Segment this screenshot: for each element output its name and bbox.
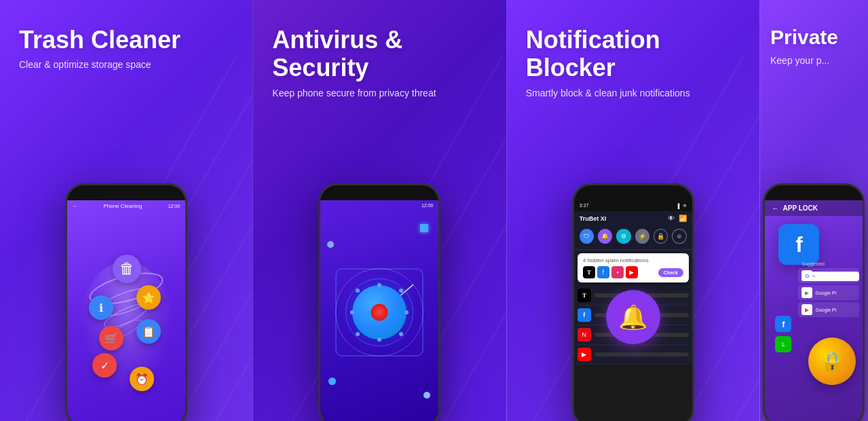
- suggested-label: Suggested: [798, 261, 859, 266]
- phone-mockup-1: ← Phone Cleaning 12:00 🗑: [65, 183, 187, 421]
- facebook-icon-sm: f: [597, 266, 609, 278]
- notif-category-bar: 🛡 🔔 ⚙ ⚡ 🔒 ⊕: [574, 225, 692, 247]
- virus-spike-tl: [356, 289, 360, 293]
- trash-cleaner-phone: ← Phone Cleaning 12:00 🗑: [65, 183, 187, 421]
- cat-icon-6: ⊕: [672, 229, 686, 244]
- tiktok-icon: 𝐓: [583, 266, 595, 278]
- instagram-icon: ▪: [611, 266, 624, 278]
- phone-screen-2: 12:00: [320, 200, 438, 421]
- back-arrow-1: ←: [73, 204, 77, 208]
- notification-blocker-title: Notification Blocker: [526, 26, 740, 82]
- spam-card-header: 4 hidden spam notifications: [583, 257, 683, 263]
- status-time-1: 12:00: [168, 204, 181, 208]
- applock-back-icon: ←: [772, 204, 778, 212]
- virus-spike-left: [350, 310, 354, 314]
- clock-icon: ⏰: [130, 367, 154, 391]
- radar-container: [328, 227, 430, 397]
- virus-dot-2: [327, 241, 334, 248]
- facebook-small-icon: f: [775, 316, 791, 332]
- wifi-icon: ≋: [683, 203, 687, 208]
- cat-icon-5: 🔒: [654, 229, 668, 244]
- youtube-icon: ▶: [626, 266, 638, 278]
- bell-overlay: 🔔: [606, 290, 660, 344]
- notif-app-name: TruBet XI: [580, 215, 607, 222]
- copy-icon: 📋: [136, 319, 161, 344]
- trash-icon: 🗑: [113, 255, 141, 283]
- notification-blocker-panel: Notification Blocker Smartly block & cle…: [506, 0, 759, 421]
- eye-icon: 👁: [668, 215, 675, 222]
- google-play-icon-2: ▶: [801, 304, 812, 315]
- star-icon: ⭐: [136, 285, 161, 310]
- virus-center: [371, 304, 388, 321]
- applock-header: ← APP LOCK: [765, 200, 863, 216]
- private-subtitle: Keep your p...: [770, 55, 829, 66]
- phone-screen-1: ← Phone Cleaning 12:00 🗑: [67, 200, 185, 421]
- info-icon: ℹ: [89, 295, 113, 320]
- notif-status-icons: ▌ ≋: [678, 203, 687, 208]
- notif-fb-icon: f: [578, 308, 591, 322]
- antivirus-panel: Antivirus & Security Keep phone secure f…: [252, 0, 506, 421]
- phone-mockup-2: 12:00: [318, 183, 440, 421]
- phone-title-1: Phone Cleaning: [103, 203, 142, 209]
- lock-coin: 🔒: [808, 337, 856, 385]
- virus-dot-3: [328, 378, 336, 385]
- virus-spike-bottom: [377, 337, 381, 342]
- virus-spike-bl: [356, 332, 360, 336]
- phone-mockup-4: ← APP LOCK f Mes... f L Suggested: [763, 183, 865, 421]
- status-bar-2: 12:00: [320, 200, 438, 210]
- notif-divider: [574, 249, 692, 250]
- antivirus-title: Antivirus & Security: [272, 26, 487, 82]
- applock-title: APP LOCK: [782, 204, 818, 212]
- trash-cleaner-title: Trash Cleaner: [19, 26, 181, 54]
- notif-tiktok-icon: 𝐓: [578, 289, 591, 302]
- trash-cleaner-subtitle: Clear & optimize storage space: [19, 59, 151, 70]
- battery-icon: ▌: [678, 204, 681, 208]
- cat-icon-2: 🔔: [598, 229, 612, 244]
- check-icon: ✓: [92, 353, 117, 378]
- status-bar-1: ← Phone Cleaning 12:00: [67, 200, 185, 212]
- phone-screen-3: 3:27 ▌ ≋ TruBet XI 👁 📶 🛡: [574, 200, 692, 365]
- notif-netflix-icon: N: [578, 328, 591, 342]
- notif-app-action-icons: 👁 📶: [668, 215, 687, 222]
- google-play-icon-1: ▶: [801, 287, 812, 298]
- spam-card: 4 hidden spam notifications 𝐓 f ▪ ▶ Chec…: [578, 253, 689, 282]
- swirl-container: 🗑 ℹ ⭐ 🛒 📋 ✓ ⏰: [72, 234, 181, 384]
- notif-youtube-icon: ▶: [578, 348, 591, 361]
- line-icon: L: [775, 336, 791, 352]
- virus-spike-tr: [399, 289, 403, 293]
- trash-cleaner-panel: Trash Cleaner Clear & optimize storage s…: [0, 0, 252, 421]
- google-pl-label-1: Google Pl: [815, 291, 836, 295]
- applock-googlepl-item-1: ▶ Google Pl: [798, 285, 859, 300]
- virus-dot-4: [423, 392, 430, 399]
- notification-phone: 3:27 ▌ ≋ TruBet XI 👁 📶 🛡: [572, 183, 694, 421]
- google-label: Google: [815, 274, 831, 278]
- virus-main: [352, 285, 407, 340]
- spam-card-row: 𝐓 f ▪ ▶ Check: [583, 266, 683, 278]
- private-title: Private: [770, 26, 838, 50]
- google-pl-label-2: Google Pl: [815, 308, 836, 312]
- cart-icon: 🛒: [99, 326, 124, 350]
- applock-googlepl-item-2: ▶ Google Pl: [798, 302, 859, 317]
- virus-spike-top: [377, 283, 381, 287]
- virus-ball: [352, 285, 407, 340]
- notif-time: 3:27: [580, 203, 589, 208]
- cat-icon-4: ⚡: [635, 229, 649, 244]
- applock-google-item: G Google: [798, 268, 859, 283]
- antivirus-subtitle: Keep phone secure from privacy threat: [272, 88, 436, 98]
- phone-screen-4: ← APP LOCK f Mes... f L Suggested: [765, 200, 863, 421]
- notif-status-bar: 3:27 ▌ ≋: [574, 200, 692, 211]
- notification-blocker-subtitle: Smartly block & clean junk notifications: [526, 88, 690, 98]
- virus-dot-1: [420, 224, 428, 232]
- notif-app-bar: TruBet XI 👁 📶: [574, 211, 692, 225]
- spam-app-icons: 𝐓 f ▪ ▶: [583, 266, 638, 278]
- private-phone: ← APP LOCK f Mes... f L Suggested: [763, 183, 865, 421]
- applock-list: Suggested G Google ▶ Google Pl: [798, 261, 859, 319]
- notif-item-youtube: ▶: [578, 345, 689, 365]
- virus-spike-right: [404, 310, 409, 314]
- status-time-2: 12:00: [421, 203, 434, 208]
- notif-youtube-bar: [595, 352, 689, 356]
- antivirus-phone: 12:00: [318, 183, 440, 421]
- check-button[interactable]: Check: [658, 268, 683, 277]
- signal-icon: 📶: [679, 215, 687, 222]
- google-icon: G: [801, 270, 812, 281]
